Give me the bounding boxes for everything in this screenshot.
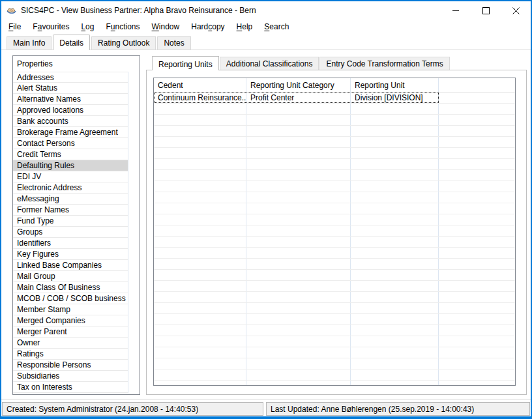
sidebar-item-mail-group[interactable]: Mail Group	[13, 271, 128, 282]
table-empty-row[interactable]	[154, 225, 515, 237]
table-empty-row[interactable]	[154, 148, 515, 159]
table-cell-empty	[246, 159, 351, 169]
column-header-reporting-unit-category[interactable]: Reporting Unit Category	[246, 78, 351, 93]
sidebar-item-subsidiaries[interactable]: Subsidiaries	[13, 371, 128, 382]
table-cell-empty	[154, 381, 246, 386]
table-empty-row[interactable]	[154, 137, 515, 148]
table-empty-row[interactable]	[154, 214, 515, 225]
table-empty-row[interactable]	[154, 325, 515, 336]
menu-item-file[interactable]: File	[3, 20, 27, 33]
sidebar-item-owner[interactable]: Owner	[13, 338, 128, 349]
sidebar-item-merged-companies[interactable]: Merged Companies	[13, 315, 128, 326]
sidebar-item-edi-jv[interactable]: EDI JV	[13, 171, 128, 182]
table-empty-row[interactable]	[154, 369, 515, 381]
table-cell-empty	[439, 225, 515, 236]
table-cell-empty	[439, 237, 515, 247]
sidebar-item-ratings[interactable]: Ratings	[13, 349, 128, 360]
table-cell-empty	[439, 148, 515, 158]
table-empty-row[interactable]	[154, 303, 515, 314]
table-empty-row[interactable]	[154, 104, 515, 115]
sidebar-item-emessaging[interactable]: eMessaging	[13, 194, 128, 205]
main-tab-strip: Main InfoDetailsRating OutlookNotes	[1, 34, 531, 50]
tab-main-info[interactable]: Main Info	[7, 36, 52, 50]
table-cell-empty	[439, 170, 515, 181]
sidebar-item-linked-base-companies[interactable]: Linked Base Companies	[13, 260, 128, 271]
sidebar-item-main-class-of-business[interactable]: Main Class Of Business	[13, 282, 128, 293]
maximize-button[interactable]	[471, 1, 501, 20]
sidebar-item-mcob-cob-scob-business[interactable]: MCOB / COB / SCOB business ...	[13, 293, 128, 304]
table-empty-row[interactable]	[154, 181, 515, 192]
table-cell: Profit Center	[246, 93, 351, 103]
column-header-cedent[interactable]: Cedent	[154, 78, 246, 93]
close-button[interactable]	[501, 1, 531, 20]
table-cell-empty	[351, 270, 439, 280]
table-empty-row[interactable]	[154, 281, 515, 292]
sidebar-item-defaulting-rules[interactable]: Defaulting Rules	[13, 160, 128, 171]
sidebar-item-former-names[interactable]: Former Names	[13, 205, 128, 216]
table-empty-row[interactable]	[154, 358, 515, 369]
table-cell-empty	[351, 336, 439, 347]
table-empty-row[interactable]	[154, 170, 515, 181]
sidebar-item-approved-locations[interactable]: Approved locations	[13, 105, 128, 116]
tab-rating-outlook[interactable]: Rating Outlook	[91, 36, 156, 50]
sidebar-item-brokerage-frame-agreement[interactable]: Brokerage Frame Agreement	[13, 127, 128, 138]
table-empty-row[interactable]	[154, 336, 515, 347]
sidebar-item-tax-on-interests[interactable]: Tax on Interests	[13, 382, 128, 393]
menu-item-favourites[interactable]: Favourites	[27, 20, 75, 33]
table-empty-row[interactable]	[154, 314, 515, 325]
table-empty-row[interactable]	[154, 192, 515, 203]
detail-tab-additional-classifications[interactable]: Additional Classifications	[220, 57, 319, 70]
detail-tab-entry-code-transformation-terms[interactable]: Entry Code Transformation Terms	[319, 57, 449, 70]
table-empty-row[interactable]	[154, 115, 515, 126]
sidebar-item-groups[interactable]: Groups	[13, 227, 128, 238]
table-cell-empty	[246, 314, 351, 325]
detail-tab-strip: Reporting UnitsAdditional Classification…	[152, 55, 451, 70]
menu-item-window[interactable]: Window	[146, 20, 186, 33]
menu-item-hardcopy[interactable]: Hardcopy	[185, 20, 230, 33]
column-header-reporting-unit[interactable]: Reporting Unit	[351, 78, 439, 93]
sidebar-item-fund-type[interactable]: Fund Type	[13, 216, 128, 227]
table-cell-empty	[351, 314, 439, 325]
sidebar-item-key-figures[interactable]: Key Figures	[13, 249, 128, 260]
menu-item-log[interactable]: Log	[75, 20, 100, 33]
table-row[interactable]: Continuum Reinsurance...Profit CenterDiv…	[154, 93, 515, 104]
table-cell-empty	[154, 214, 246, 225]
table-cell-empty	[439, 181, 515, 192]
title-bar: SICS4PC - View Business Partner: Alpha B…	[1, 1, 531, 20]
sidebar-item-addresses[interactable]: Addresses	[13, 72, 128, 83]
table-empty-row[interactable]	[154, 347, 515, 358]
sidebar-item-bank-accounts[interactable]: Bank accounts	[13, 116, 128, 127]
table-empty-row[interactable]	[154, 203, 515, 214]
table-empty-row[interactable]	[154, 237, 515, 248]
minimize-button[interactable]	[441, 1, 471, 20]
sidebar-item-contact-persons[interactable]: Contact Persons	[13, 138, 128, 149]
menu-item-help[interactable]: Help	[231, 20, 259, 33]
table-cell-empty	[246, 181, 351, 192]
table-empty-row[interactable]	[154, 381, 515, 386]
sidebar-item-identifiers[interactable]: Identifiers	[13, 238, 128, 249]
sidebar-item-electronic-address[interactable]: Electronic Address	[13, 182, 128, 194]
window-title: SICS4PC - View Business Partner: Alpha B…	[21, 6, 256, 15]
sidebar-item-alert-status[interactable]: Alert Status	[13, 83, 128, 94]
table-cell-empty	[439, 104, 515, 114]
table-empty-row[interactable]	[154, 292, 515, 303]
table-empty-row[interactable]	[154, 159, 515, 170]
sidebar-item-alternative-names[interactable]: Alternative Names	[13, 94, 128, 105]
sidebar-item-credit-terms[interactable]: Credit Terms	[13, 149, 128, 160]
table-cell-empty	[154, 181, 246, 192]
menu-item-search[interactable]: Search	[258, 20, 295, 33]
table-empty-row[interactable]	[154, 126, 515, 137]
menu-item-functions[interactable]: Functions	[100, 20, 145, 33]
tab-details[interactable]: Details	[53, 35, 90, 50]
table-empty-row[interactable]	[154, 270, 515, 281]
table-empty-row[interactable]	[154, 259, 515, 270]
table-cell-empty	[154, 281, 246, 291]
table-cell-empty	[439, 159, 515, 169]
sidebar-item-responsible-persons[interactable]: Responsible Persons	[13, 360, 128, 371]
table-cell-empty	[351, 358, 439, 369]
sidebar-item-merger-parent[interactable]: Merger Parent	[13, 326, 128, 338]
sidebar-item-member-stamp[interactable]: Member Stamp	[13, 304, 128, 315]
table-empty-row[interactable]	[154, 248, 515, 259]
tab-notes[interactable]: Notes	[157, 36, 190, 50]
detail-tab-reporting-units[interactable]: Reporting Units	[152, 56, 219, 70]
